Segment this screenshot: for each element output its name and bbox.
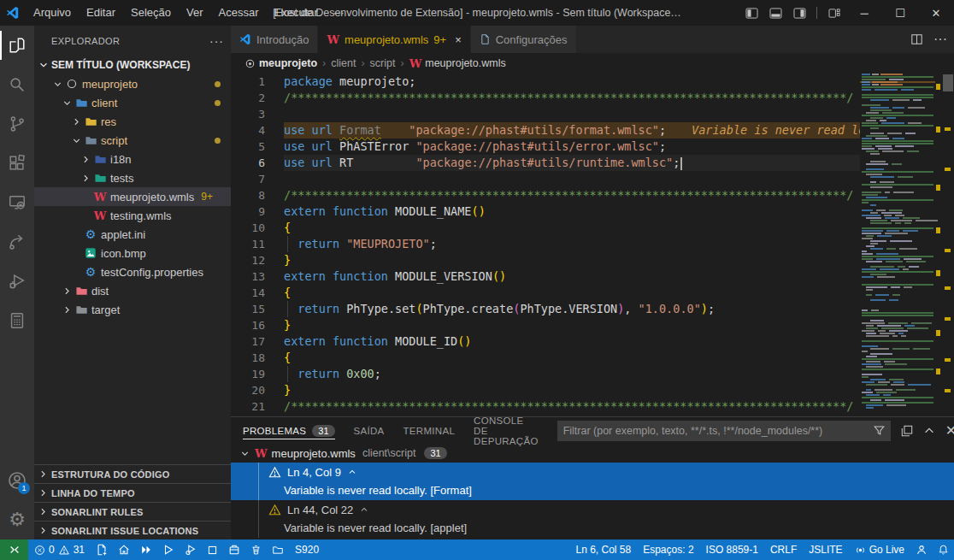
breadcrumb-item[interactable]: script — [370, 57, 396, 69]
package-icon[interactable] — [223, 539, 245, 560]
stop-icon[interactable] — [202, 539, 223, 560]
panel-tab-console-de-depura--o[interactable]: CONSOLE DE DEPURAÇÃO — [474, 417, 539, 444]
tree-item-testConfig-properties[interactable]: ⚙testConfig.properties — [34, 262, 231, 281]
scrollbar-thumb[interactable] — [943, 74, 953, 91]
editor-scrollbar[interactable] — [942, 74, 954, 416]
tab-introducao[interactable]: Introdução — [231, 26, 318, 53]
section-sonarlint-issue-locations[interactable]: SONARLINT ISSUE LOCATIONS — [34, 521, 231, 539]
tree-item-testing-wmls[interactable]: Wtesting.wmls — [34, 206, 231, 225]
problems-summary[interactable]: 0 31 — [28, 539, 91, 560]
breadcrumb-item[interactable]: client — [331, 57, 356, 69]
filter-funnel-icon[interactable] — [874, 425, 885, 436]
problems-count-badge: 31 — [424, 447, 446, 459]
tree-item-i18n[interactable]: i18n — [34, 150, 231, 168]
search-icon[interactable] — [0, 65, 34, 104]
symbol-icon — [244, 58, 256, 69]
code-editor[interactable]: 123456789101112131415161718192021 packag… — [231, 74, 954, 416]
problem-location: Ln 44, Col 22 — [287, 504, 353, 516]
run-all-icon[interactable] — [135, 539, 157, 560]
tree-item-target[interactable]: target — [34, 300, 231, 319]
problems-file-group[interactable]: W meuprojeto.wmls client\script 31 — [231, 444, 954, 463]
tree-item-dist[interactable]: dist — [34, 281, 231, 300]
section-sonarlint-rules[interactable]: SONARLINT RULES — [34, 502, 231, 521]
maximize-button[interactable]: ☐ — [882, 0, 918, 26]
breadcrumb-item[interactable]: meuprojeto — [259, 57, 317, 69]
tree-item-icon-bmp[interactable]: icon.bmp — [34, 244, 231, 262]
breadcrumb-item[interactable]: meuprojeto.wmls — [425, 57, 505, 69]
tab-configuracoes[interactable]: Configurações — [471, 26, 577, 53]
section-estrutura-do-c-digo[interactable]: ESTRUTURA DO CÓDIGO — [34, 464, 231, 483]
close-button[interactable]: ✕ — [918, 0, 954, 26]
menu-ver[interactable]: Ver — [179, 0, 211, 26]
toggle-sidebar-icon[interactable] — [739, 0, 763, 26]
tree-item-applet-ini[interactable]: ⚙applet.ini — [34, 225, 231, 244]
debug-icon[interactable] — [180, 539, 202, 560]
cursor-position[interactable]: Ln 6, Col 58 — [569, 539, 637, 560]
extensions-icon[interactable] — [0, 144, 34, 183]
maximize-panel-icon[interactable] — [923, 425, 935, 437]
problem-row[interactable]: Ln 4, Col 9 Variable is never read local… — [231, 463, 954, 500]
server-name[interactable]: S920 — [289, 539, 325, 560]
line-number: 8 — [231, 187, 284, 203]
tree-item-client[interactable]: client — [34, 93, 231, 112]
deploy-folder-icon[interactable] — [267, 539, 289, 560]
tab-close-icon[interactable]: × — [455, 33, 462, 46]
remote-indicator[interactable] — [0, 539, 28, 560]
source-control-icon[interactable] — [0, 104, 34, 144]
panel-tab-problemas[interactable]: PROBLEMAS31 — [243, 417, 335, 444]
language-mode[interactable]: JSLITE — [803, 539, 848, 560]
trash-icon[interactable] — [245, 539, 267, 560]
run-icon[interactable] — [157, 539, 180, 560]
editor-more-actions-icon[interactable]: ··· — [933, 32, 947, 47]
section-linha-do-tempo[interactable]: LINHA DO TEMPO — [34, 483, 231, 502]
close-panel-icon[interactable]: ✕ — [945, 422, 954, 439]
toggle-panel-icon[interactable] — [763, 0, 787, 26]
line-number: 3 — [231, 106, 284, 122]
problem-row[interactable]: Ln 44, Col 22 Variable is never read loc… — [231, 500, 954, 538]
home-icon[interactable] — [113, 539, 135, 560]
tree-item-meuprojeto-wmls[interactable]: Wmeuprojeto.wmls9+ — [34, 187, 231, 206]
encoding[interactable]: ISO 8859-1 — [700, 539, 764, 560]
tree-item-meuprojeto[interactable]: meuprojeto — [34, 74, 231, 93]
menu-editar[interactable]: Editar — [79, 0, 123, 26]
split-editor-icon[interactable] — [910, 33, 923, 45]
menu-acessar[interactable]: Acessar — [211, 0, 267, 26]
git-modified-dot — [215, 81, 221, 87]
sidebar-more-actions-icon[interactable]: ··· — [209, 34, 224, 48]
go-live-button[interactable]: Go Live — [849, 539, 910, 560]
share-icon[interactable] — [0, 222, 34, 262]
remote-explorer-icon[interactable] — [0, 183, 34, 222]
folder-icon — [83, 134, 98, 147]
filter-input[interactable] — [563, 425, 874, 437]
chevron-up-icon[interactable] — [359, 504, 369, 515]
toggle-secondary-sidebar-icon[interactable] — [787, 0, 811, 26]
circle-icon — [64, 78, 80, 90]
notifications-bell-icon[interactable] — [933, 539, 954, 560]
tab-meuprojeto-wmls[interactable]: W meuprojeto.wmls 9+ × — [318, 26, 470, 53]
chevron-up-icon[interactable] — [347, 467, 357, 477]
indentation[interactable]: Espaços: 2 — [637, 539, 699, 560]
customize-layout-icon[interactable] — [822, 0, 846, 26]
tree-item-tests[interactable]: tests — [34, 168, 231, 187]
new-file-icon[interactable] — [91, 539, 113, 560]
git-modified-dot — [215, 138, 221, 144]
restore-panel-icon[interactable] — [901, 425, 913, 437]
explorer-icon[interactable] — [0, 26, 34, 65]
tree-item-res[interactable]: res — [34, 112, 231, 131]
menu-seleo[interactable]: Seleção — [123, 0, 179, 26]
account-icon[interactable]: 1 — [0, 461, 34, 500]
menu-arquivo[interactable]: Arquivo — [26, 0, 79, 26]
tree-item-script[interactable]: script — [34, 131, 231, 150]
eol-sequence[interactable]: CRLF — [764, 539, 803, 560]
panel-tab-sa-da[interactable]: SAÍDA — [354, 417, 385, 444]
wmls-file-icon: W — [409, 57, 422, 70]
feedback-icon[interactable] — [910, 539, 933, 560]
calculator-icon[interactable] — [0, 301, 34, 340]
settings-gear-icon[interactable]: ⚙ — [0, 500, 34, 539]
minimize-button[interactable]: ─ — [846, 0, 882, 26]
panel-tab-terminal[interactable]: TERMINAL — [403, 417, 456, 444]
run-and-debug-icon[interactable] — [0, 262, 34, 301]
problems-filter[interactable] — [557, 421, 891, 441]
workspace-root-row[interactable]: SEM TÍTULO (WORKSPACE) — [34, 56, 231, 74]
minimap[interactable] — [860, 74, 942, 416]
